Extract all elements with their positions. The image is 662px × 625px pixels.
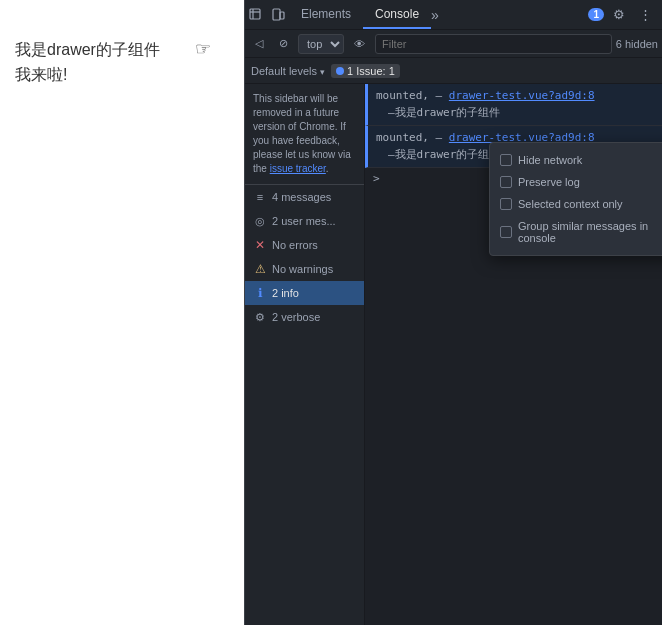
svg-rect-0 [250,9,260,19]
cursor-icon: ☞ [195,38,211,60]
sidebar-item-verbose[interactable]: ⚙ 2 verbose [245,305,364,329]
clear-button[interactable]: ⊘ [273,34,294,54]
more-options-icon[interactable]: ⋮ [634,4,656,26]
sidebar-item-errors[interactable]: ✕ No errors [245,233,364,257]
sidebar-warnings-label: No warnings [272,263,333,275]
preserve-log-item[interactable]: Preserve log [500,173,662,191]
tab-elements[interactable]: Elements [289,0,363,29]
console-sidebar: This sidebar will be removed in a future… [245,84,365,625]
console-entry-2-prefix: mounted, — [376,131,449,144]
info-icon: ℹ [253,286,267,300]
sidebar-info-box: This sidebar will be removed in a future… [245,84,364,185]
app-panel: ☞ 我是drawer的子组件 我来啦! [0,0,244,625]
group-similar-label: Group similar messages in console [518,220,662,244]
selected-context-label: Selected context only [518,198,623,210]
console-settings-dropdown: Hide network Log XMLHttpRequests Preserv… [489,142,662,256]
sidebar-item-messages[interactable]: ≡ 4 messages [245,185,364,209]
svg-rect-4 [280,12,284,19]
console-entry-1-link[interactable]: drawer-test.vue?ad9d:8 [449,89,595,102]
warn-icon: ⚠ [253,262,267,276]
console-main: Hide network Log XMLHttpRequests Preserv… [245,84,662,625]
eye-button[interactable]: 👁 [348,34,371,54]
tab-console[interactable]: Console [363,0,431,29]
verbose-icon: ⚙ [253,310,267,324]
device-icon[interactable] [267,4,289,26]
console-entry-1: mounted, — drawer-test.vue?ad9d:8 —我是dra… [365,84,662,126]
eye-icon: 👁 [354,38,365,50]
hide-network-checkbox[interactable] [500,154,512,166]
filter-input[interactable] [375,34,612,54]
levels-arrow-icon: ▾ [320,67,325,77]
list-icon: ≡ [253,190,267,204]
app-text2: 我来啦! [15,65,229,86]
group-similar-item[interactable]: Group similar messages in console [500,217,662,247]
notification-badge: 1 [588,8,604,21]
preserve-log-checkbox[interactable] [500,176,512,188]
levels-label[interactable]: Default levels ▾ [251,65,325,77]
sidebar-errors-label: No errors [272,239,318,251]
console-levels: Default levels ▾ 1 Issue: 1 [245,58,662,84]
settings-icon[interactable]: ⚙ [608,4,630,26]
ban-icon: ⊘ [279,37,288,50]
issue-dot [336,67,344,75]
sidebar-info-link[interactable]: issue tracker [270,163,326,174]
sidebar-info-text: This sidebar will be removed in a future… [253,93,351,174]
devtools-toolbar: Elements Console » 1 ⚙ ⋮ [245,0,662,30]
selected-context-item[interactable]: Selected context only [500,195,662,213]
svg-rect-3 [273,9,280,20]
error-icon: ✕ [253,238,267,252]
user-icon: ◎ [253,214,267,228]
toolbar-icons: 1 ⚙ ⋮ [588,4,662,26]
preserve-log-label: Preserve log [518,176,580,188]
sidebar-messages-label: 4 messages [272,191,331,203]
selected-context-checkbox[interactable] [500,198,512,210]
back-icon: ◁ [255,37,263,50]
hide-network-label: Hide network [518,154,582,166]
devtools-panel: Elements Console » 1 ⚙ ⋮ ◁ ⊘ top 👁 6 hid… [244,0,662,625]
issue-count: 1 [389,65,395,77]
hidden-count: 6 hidden [616,38,658,50]
context-select[interactable]: top [298,34,344,54]
issue-label: 1 Issue: [347,65,386,77]
more-tabs-icon[interactable]: » [431,7,439,23]
inspect-icon[interactable] [245,4,267,26]
toolbar-tabs: Elements Console [289,0,431,29]
console-entry-1-prefix: mounted, — [376,89,449,102]
issue-badge[interactable]: 1 Issue: 1 [331,64,400,78]
sidebar-item-user-messages[interactable]: ◎ 2 user mes... [245,209,364,233]
sidebar-user-label: 2 user mes... [272,215,336,227]
console-toolbar: ◁ ⊘ top 👁 6 hidden [245,30,662,58]
sidebar-item-warnings[interactable]: ⚠ No warnings [245,257,364,281]
console-entry-1-subtext: —我是drawer的子组件 [376,105,654,122]
sidebar-info-label: 2 info [272,287,299,299]
back-button[interactable]: ◁ [249,34,269,54]
sidebar-verbose-label: 2 verbose [272,311,320,323]
console-entry-1-text: mounted, — drawer-test.vue?ad9d:8 [376,88,654,105]
hide-network-item[interactable]: Hide network [500,151,662,169]
group-similar-checkbox[interactable] [500,226,512,238]
sidebar-item-info[interactable]: ℹ 2 info [245,281,364,305]
